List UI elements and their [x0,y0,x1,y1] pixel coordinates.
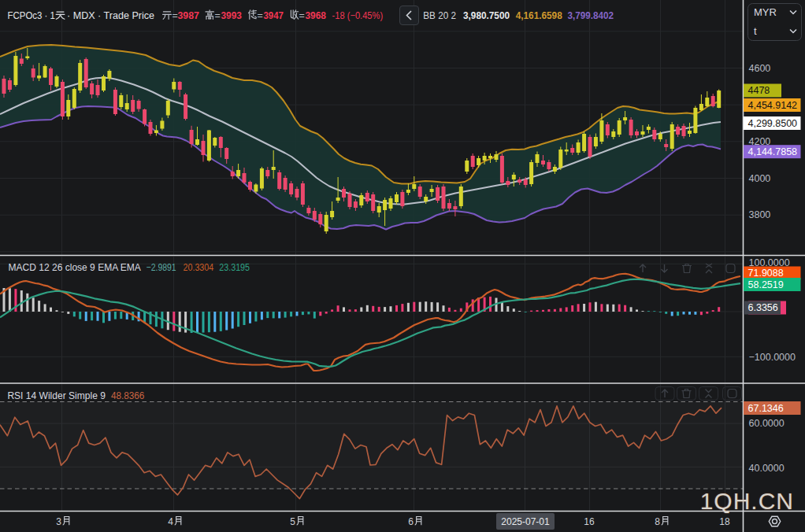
svg-text:3,980.7500: 3,980.7500 [463,10,510,21]
svg-text:3800: 3800 [749,209,771,220]
svg-text:· MDX · Trade Price: · MDX · Trade Price [67,10,154,21]
svg-text:4,161.6598: 4,161.6598 [516,10,562,21]
svg-text:3: 3 [56,516,61,527]
svg-text:6.3356: 6.3356 [748,302,778,313]
svg-text:18: 18 [719,516,730,527]
svg-text:MACD 12 26 close 9 EMA EMA: MACD 12 26 close 9 EMA EMA [9,262,142,273]
svg-text:4000: 4000 [749,173,771,184]
svg-text:4478: 4478 [748,85,770,96]
svg-text:=: = [258,10,263,21]
svg-text:3968: 3968 [306,10,327,21]
svg-text:=: = [215,10,221,21]
svg-text:3987: 3987 [178,10,200,21]
svg-text:8: 8 [655,516,660,527]
svg-text:20.3304: 20.3304 [184,262,214,273]
svg-text:3,799.8402: 3,799.8402 [568,10,614,21]
svg-text:−2.9891: −2.9891 [147,262,176,273]
svg-text:−100.0000: −100.0000 [749,352,796,363]
svg-text:4600: 4600 [749,63,771,74]
svg-text:60.0000: 60.0000 [749,418,785,429]
svg-text:MYR: MYR [754,6,777,18]
svg-text:5: 5 [290,516,295,527]
svg-text:-18 (−0.45%): -18 (−0.45%) [332,10,384,21]
svg-text:2025-07-01: 2025-07-01 [501,516,550,527]
svg-text:RSI 14 Wilder Simple 9: RSI 14 Wilder Simple 9 [7,390,106,401]
svg-text:48.8366: 48.8366 [111,390,144,401]
svg-text:t: t [754,25,757,37]
svg-text:58.2519: 58.2519 [748,279,784,290]
svg-text:BB 20 2: BB 20 2 [423,10,456,21]
svg-text:4,299.8500: 4,299.8500 [748,118,798,129]
svg-text:6: 6 [408,516,414,527]
svg-text:4,144.7858: 4,144.7858 [748,146,798,157]
svg-text:71.9088: 71.9088 [748,268,784,279]
svg-text:FCPOc3 · 1: FCPOc3 · 1 [8,10,56,21]
svg-text:40.0000: 40.0000 [749,463,785,474]
svg-text:4: 4 [168,516,173,527]
svg-text:67.1346: 67.1346 [748,403,784,414]
svg-text:3993: 3993 [221,10,243,21]
svg-text:16: 16 [584,516,595,527]
svg-text:23.3195: 23.3195 [219,262,250,273]
svg-text:=: = [299,10,305,21]
svg-text:4,454.9142: 4,454.9142 [748,100,798,111]
svg-text:3947: 3947 [264,10,284,21]
